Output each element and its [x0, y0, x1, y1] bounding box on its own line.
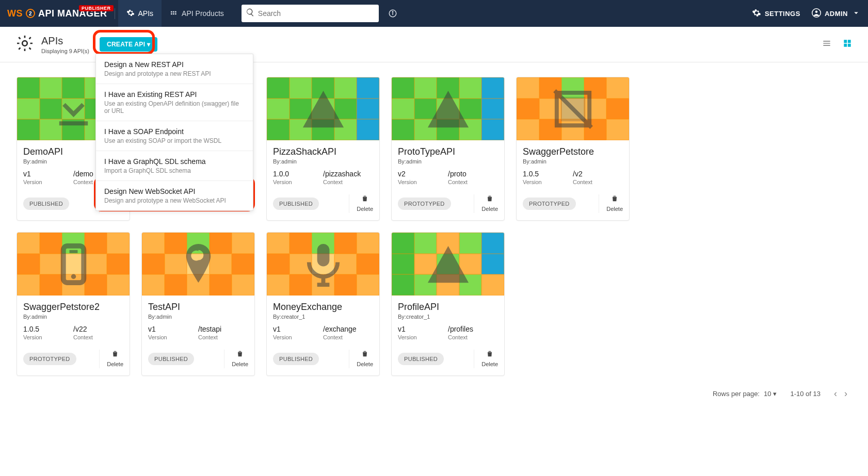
dropdown-item-title: Design a New REST API [104, 60, 245, 69]
delete-button[interactable]: Delete [224, 350, 248, 368]
api-card[interactable]: SwaggerPetstore2By:admin1.0.5Version/v22… [17, 232, 130, 376]
api-card-title: ProtoTypeAPI [398, 146, 498, 157]
version-label: Version [23, 334, 73, 340]
api-card-thumb [517, 77, 629, 140]
delete-button[interactable]: Delete [349, 194, 373, 213]
dropdown-item-sub: Use an existing OpenAPI definition (swag… [104, 100, 245, 114]
context-label: Context [448, 179, 498, 185]
create-dropdown-item-0[interactable]: Design a New REST APIDesign and prototyp… [96, 54, 253, 84]
api-card-title: SwaggerPetstore [523, 146, 623, 157]
dropdown-item-sub: Design and prototype a new WebSocket API [104, 197, 245, 204]
chevron-down-icon: ▾ [773, 390, 777, 398]
api-card-version: 1.0.0 [273, 170, 323, 178]
context-label: Context [573, 179, 623, 185]
delete-button[interactable]: Delete [99, 350, 123, 368]
chevron-down-icon [851, 8, 861, 19]
settings-label: SETTINGS [765, 10, 800, 18]
api-card-version: v2 [398, 170, 448, 178]
api-card-thumb [17, 233, 130, 296]
api-card-author: By:admin [398, 158, 498, 165]
dropdown-item-sub: Design and prototype a new REST API [104, 70, 245, 77]
search-box[interactable] [242, 5, 379, 22]
pin-icon [142, 233, 254, 296]
user-icon [812, 8, 821, 19]
api-card-title: PizzaShackAPI [273, 146, 373, 157]
page-title: APIs [41, 35, 89, 47]
api-card-context: /v2 [573, 170, 623, 178]
top-nav: WS2 API MANAGER PUBLISHER APIs API Produ… [0, 0, 868, 27]
grid-view-icon[interactable] [842, 38, 853, 51]
api-card[interactable]: ProtoTypeAPIBy:adminv2Version/protoConte… [391, 77, 505, 221]
tab-apis-label: APIs [138, 9, 154, 18]
api-card-title: TestAPI [148, 302, 248, 313]
delete-label: Delete [357, 206, 373, 212]
context-label: Context [323, 179, 373, 185]
delete-label: Delete [357, 361, 373, 367]
gear-icon [126, 9, 135, 19]
brand-logo[interactable]: WS2 API MANAGER PUBLISHER [7, 8, 115, 19]
api-card[interactable]: PizzaShackAPIBy:admin1.0.0Version/pizzas… [266, 77, 380, 221]
page-prev-button[interactable]: ‹ [834, 388, 837, 399]
settings-link[interactable]: SETTINGS [752, 8, 800, 19]
api-card-title: ProfileAPI [398, 302, 498, 313]
publisher-badge: PUBLISHER [79, 5, 114, 11]
status-badge: PUBLISHED [273, 198, 319, 210]
nav-tabs: APIs API Products [118, 0, 232, 27]
create-dropdown-item-2[interactable]: I Have a SOAP EndpointUse an existing SO… [96, 121, 253, 151]
info-icon[interactable] [388, 9, 397, 18]
delete-label: Delete [481, 206, 498, 212]
api-card[interactable]: TestAPIBy:adminv1Version/testapiContextP… [141, 232, 255, 376]
svg-point-5 [22, 41, 27, 46]
pagination-range: 1-10 of 13 [790, 390, 821, 398]
svg-point-8 [71, 274, 76, 279]
create-api-dropdown: Design a New REST APIDesign and prototyp… [95, 54, 253, 211]
search-input[interactable] [258, 9, 375, 18]
rows-per-page-select[interactable]: 10 ▾ [764, 390, 777, 398]
noimage-icon [517, 77, 629, 140]
rows-per-page-value: 10 [764, 390, 771, 398]
create-api-button[interactable]: CREATE API ▾ [100, 37, 157, 52]
svg-point-2 [392, 11, 393, 12]
api-card-context: /profiles [448, 325, 498, 333]
list-view-icon[interactable] [822, 38, 832, 51]
create-dropdown-item-3[interactable]: I Have a GraphQL SDL schemaImport a Grap… [96, 151, 253, 181]
api-card-thumb [267, 233, 379, 296]
status-badge: PROTOTYPED [523, 198, 576, 210]
api-card[interactable]: MoneyExchangeBy:creator_1v1Version/excha… [266, 232, 380, 376]
rows-per-page-label: Rows per page: [713, 390, 760, 398]
context-label: Context [198, 334, 248, 340]
api-card-thumb [392, 77, 504, 140]
delete-label: Delete [107, 361, 123, 367]
page-subtitle: Displaying 9 API(s) [41, 48, 89, 54]
pagination: Rows per page: 10 ▾ 1-10 of 13 ‹ › [0, 381, 868, 415]
tab-apis[interactable]: APIs [118, 0, 162, 27]
api-card-context: /pizzashack [323, 170, 373, 178]
delete-button[interactable]: Delete [474, 350, 498, 368]
svg-rect-6 [560, 96, 585, 121]
version-label: Version [398, 334, 448, 340]
api-card-context: /v22 [73, 325, 123, 333]
create-dropdown-item-4[interactable]: Design New WebSocket APIDesign and proto… [96, 181, 253, 210]
delete-button[interactable]: Delete [599, 194, 623, 213]
api-card[interactable]: ProfileAPIBy:creator_1v1Version/profiles… [391, 232, 505, 376]
api-card-version: v1 [273, 325, 323, 333]
tab-api-products[interactable]: API Products [162, 0, 232, 27]
create-dropdown-item-1[interactable]: I Have an Existing REST APIUse an existi… [96, 84, 253, 121]
svg-rect-9 [69, 250, 77, 253]
page-gear-icon [15, 34, 34, 55]
user-label: ADMIN [825, 10, 848, 18]
status-badge: PROTOTYPED [23, 353, 76, 365]
page-next-button[interactable]: › [844, 388, 847, 399]
user-menu[interactable]: ADMIN [812, 8, 861, 19]
delete-label: Delete [481, 361, 498, 367]
delete-button[interactable]: Delete [474, 194, 498, 213]
api-card-version: 1.0.5 [23, 325, 73, 333]
tab-api-products-label: API Products [182, 9, 224, 18]
context-label: Context [73, 334, 123, 340]
warn-icon [267, 77, 379, 140]
version-label: Version [273, 334, 323, 340]
api-card[interactable]: SwaggerPetstoreBy:admin1.0.5Version/v2Co… [516, 77, 630, 221]
search-icon [246, 8, 255, 19]
delete-button[interactable]: Delete [349, 350, 373, 368]
delete-label: Delete [606, 206, 623, 212]
